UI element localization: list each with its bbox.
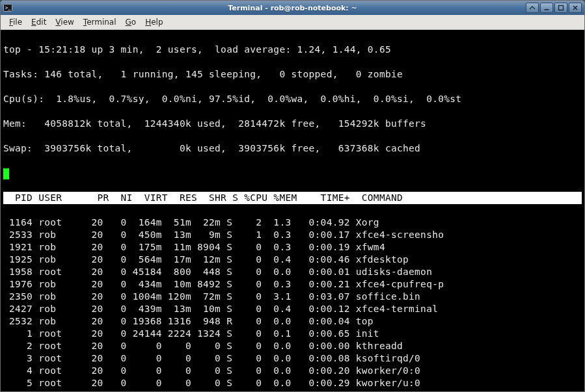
maximize-button[interactable]: [554, 3, 567, 13]
process-row: 1958 root 20 0 45184 800 448 S 0 0.0 0:0…: [3, 266, 582, 278]
process-row: 2532 rob 20 0 19368 1316 948 R 0 0.0 0:0…: [3, 315, 582, 328]
menu-file[interactable]: File: [5, 16, 27, 28]
process-row: 4 root 20 0 0 0 0 S 0 0.0 0:00.20 kworke…: [3, 365, 582, 377]
process-header: PID USER PR NI VIRT RES SHR S %CPU %MEM …: [3, 192, 582, 204]
process-row: 2350 rob 20 0 1004m 120m 72m S 0 3.1 0:0…: [3, 291, 582, 303]
svg-rect-2: [545, 9, 549, 10]
window-title: Terminal - rob@rob-notebook: ~: [1, 4, 584, 12]
process-row: 2427 rob 20 0 439m 13m 10m S 0 0.4 0:00.…: [3, 303, 582, 315]
svg-text:>_: >_: [5, 5, 11, 10]
terminal-window: >_ Terminal - rob@rob-notebook: ~ File E…: [0, 0, 585, 392]
menu-go[interactable]: Go: [121, 16, 141, 28]
process-row: 1921 rob 20 0 175m 11m 8904 S 0 0.3 0:00…: [3, 241, 582, 254]
cursor-icon: [3, 168, 9, 179]
summary-line: Cpu(s): 1.8%us, 0.7%sy, 0.0%ni, 97.5%id,…: [3, 93, 582, 105]
process-row: 1 root 20 0 24144 2224 1324 S 0 0.1 0:00…: [3, 328, 582, 340]
summary-line: Swap: 3903756k total, 0k used, 3903756k …: [3, 142, 582, 155]
svg-rect-3: [559, 6, 564, 10]
process-row: 1925 rob 20 0 564m 17m 12m S 0 0.4 0:00.…: [3, 254, 582, 266]
summary-line: Mem: 4058812k total, 1244340k used, 2814…: [3, 118, 582, 130]
cursor-line: [3, 167, 582, 179]
process-row: 1164 root 20 0 164m 51m 22m S 2 1.3 0:04…: [3, 216, 582, 229]
process-row: 2 root 20 0 0 0 0 S 0 0.0 0:00.00 kthrea…: [3, 340, 582, 352]
process-row: 3 root 20 0 0 0 0 S 0 0.0 0:00.08 ksofti…: [3, 352, 582, 365]
process-row: 5 root 20 0 0 0 0 S 0 0.0 0:00.29 kworke…: [3, 377, 582, 389]
terminal-output[interactable]: top - 15:21:18 up 3 min, 2 users, load a…: [1, 30, 584, 391]
titlebar[interactable]: >_ Terminal - rob@rob-notebook: ~: [1, 1, 584, 15]
window-buttons: [524, 3, 582, 13]
process-row: 6 root RT 0 0 0 0 S 0 0.0 0:00.00 migrat…: [3, 389, 582, 391]
summary-line: Tasks: 146 total, 1 running, 145 sleepin…: [3, 68, 582, 81]
menu-help[interactable]: Help: [141, 16, 167, 28]
process-row: 1976 rob 20 0 434m 10m 8492 S 0 0.3 0:00…: [3, 278, 582, 291]
rollup-button[interactable]: [526, 3, 539, 13]
summary-line: top - 15:21:18 up 3 min, 2 users, load a…: [3, 44, 582, 56]
close-button[interactable]: [569, 3, 582, 13]
process-list: 1164 root 20 0 164m 51m 22m S 2 1.3 0:04…: [3, 216, 582, 391]
menubar: File Edit View Terminal Go Help: [1, 15, 584, 30]
menu-edit[interactable]: Edit: [27, 16, 51, 28]
process-row: 2533 rob 20 0 450m 13m 9m S 1 0.3 0:00.1…: [3, 229, 582, 241]
terminal-app-icon: >_: [3, 3, 12, 12]
menu-terminal[interactable]: Terminal: [79, 16, 121, 28]
minimize-button[interactable]: [540, 3, 553, 13]
menu-view[interactable]: View: [51, 16, 78, 28]
